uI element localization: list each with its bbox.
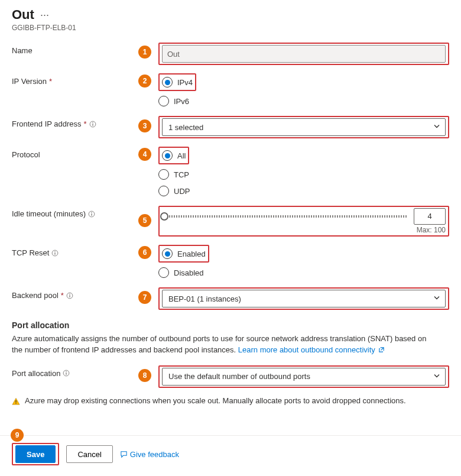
port-allocation-heading: Port allocation [12,320,449,330]
radio-label: IPv6 [174,97,189,106]
idle-timeout-slider[interactable] [162,215,408,218]
select-value: 1 selected [168,123,203,132]
port-allocation-warning: Azure may drop existing connections when… [12,396,449,406]
svg-rect-15 [15,400,16,403]
chevron-down-icon [433,294,440,303]
link-text: Learn more about outbound connectivity [238,345,375,354]
port-allocation-label: Port allocation [12,369,60,378]
learn-more-link[interactable]: Learn more about outbound connectivity [238,345,385,354]
svg-point-5 [91,212,92,212]
radio-label: All [177,151,186,160]
protocol-all-option[interactable]: All [162,149,186,162]
callout-badge-4: 4 [138,148,151,161]
highlight-box: BEP-01 (1 instances) [158,287,449,310]
info-icon[interactable] [89,121,96,128]
select-value: Use the default number of outbound ports [168,372,310,381]
svg-point-2 [92,122,93,122]
feedback-icon [120,451,128,458]
ip-version-label: IP Version [12,77,47,86]
svg-point-8 [55,251,56,251]
page-title: Out [12,7,34,22]
ip-version-ipv6-option[interactable]: IPv6 [158,95,449,108]
feedback-text: Give feedback [130,450,179,459]
radio-icon [162,77,173,88]
radio-icon [158,186,169,196]
frontend-ip-label: Frontend IP address [12,119,82,128]
ip-version-ipv4-option[interactable]: IPv4 [162,76,193,89]
name-input[interactable] [162,45,446,63]
frontend-ip-select[interactable]: 1 selected [162,118,446,136]
svg-rect-1 [92,124,93,126]
highlight-box [158,43,449,65]
highlight-box: 1 selected [158,116,449,138]
callout-badge-9: 9 [11,429,24,442]
resource-subtitle: GGIBB-FTP-ELB-01 [12,24,449,32]
name-label: Name [12,46,33,55]
give-feedback-link[interactable]: Give feedback [120,450,179,459]
more-actions-button[interactable]: ··· [40,9,49,21]
info-icon[interactable] [66,292,73,299]
slider-thumb[interactable] [160,212,168,221]
tcp-reset-disabled-option[interactable]: Disabled [158,266,449,279]
port-allocation-description: Azure automatically assigns the number o… [12,333,431,356]
save-button[interactable]: Save [15,445,56,463]
required-marker: * [84,119,87,128]
chevron-down-icon [433,372,440,381]
required-marker: * [49,77,52,86]
radio-icon [158,267,169,278]
info-icon[interactable] [88,211,95,218]
callout-badge-3: 3 [138,119,151,132]
radio-icon [158,96,169,106]
idle-timeout-label: Idle timeout (minutes) [12,209,86,218]
callout-badge-8: 8 [138,369,151,382]
svg-point-14 [66,371,67,372]
radio-icon [158,169,169,180]
protocol-label: Protocol [12,150,40,159]
warning-text: Azure may drop existing connections when… [25,396,406,405]
callout-badge-5: 5 [138,214,151,227]
callout-badge-1: 1 [138,46,151,59]
backend-pool-label: Backend pool [12,291,59,300]
svg-rect-7 [55,252,56,255]
highlight-box: Save [12,443,59,465]
callout-badge-6: 6 [138,246,151,259]
highlight-box: Enabled [158,245,209,263]
radio-icon [162,150,173,161]
radio-label: Enabled [177,250,206,258]
radio-label: UDP [174,187,190,196]
idle-timeout-max-label: Max: 100 [162,226,446,234]
radio-label: IPv4 [177,78,193,87]
backend-pool-select[interactable]: BEP-01 (1 instances) [162,290,446,307]
idle-timeout-value[interactable]: 4 [414,208,446,225]
callout-badge-7: 7 [138,291,151,304]
radio-label: TCP [174,170,189,179]
tcp-reset-label: TCP Reset [12,248,49,257]
protocol-udp-option[interactable]: UDP [158,184,449,197]
highlight-box: 4 Max: 100 [158,206,449,237]
callout-badge-2: 2 [138,75,151,88]
svg-point-16 [15,403,17,404]
highlight-box: IPv4 [158,73,196,91]
required-marker: * [61,291,64,300]
highlight-box: All [158,147,189,164]
chevron-down-icon [433,123,440,132]
info-icon[interactable] [51,250,59,257]
svg-rect-10 [69,295,70,297]
select-value: BEP-01 (1 instances) [168,294,241,303]
radio-label: Disabled [174,268,204,277]
tcp-reset-enabled-option[interactable]: Enabled [162,247,206,260]
external-link-icon [378,347,385,353]
port-allocation-select[interactable]: Use the default number of outbound ports [162,368,446,386]
svg-rect-13 [66,373,67,375]
radio-icon [162,248,173,259]
svg-point-11 [69,293,70,294]
warning-icon [12,397,20,406]
highlight-box: Use the default number of outbound ports [158,365,449,388]
protocol-tcp-option[interactable]: TCP [158,168,449,181]
info-icon[interactable] [63,370,70,377]
svg-rect-4 [91,213,92,216]
cancel-button[interactable]: Cancel [66,445,112,463]
